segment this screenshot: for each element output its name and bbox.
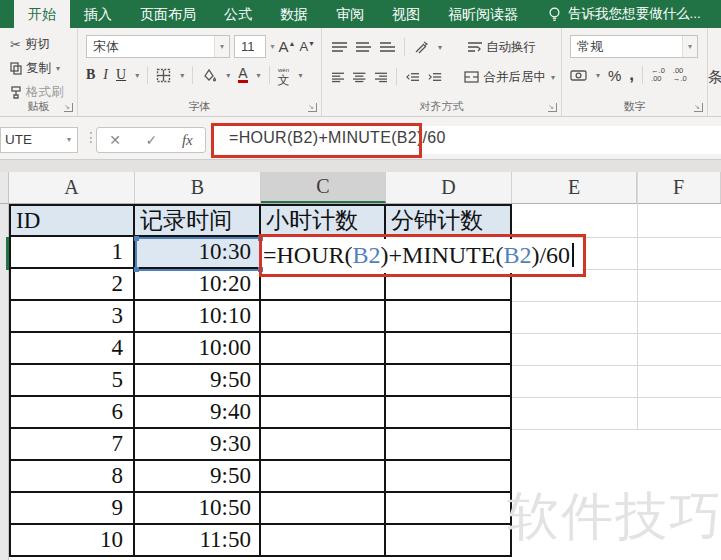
phonetic-guide-button[interactable]: wén 文 (278, 65, 290, 85)
cancel-button[interactable]: ✕ (109, 132, 121, 148)
number-format-combo[interactable]: 常规 ▾ (570, 35, 698, 58)
cell-D5[interactable] (386, 333, 512, 365)
borders-icon[interactable] (156, 68, 171, 83)
clipboard-dialog-launcher[interactable]: ↘ (64, 103, 73, 112)
bold-button[interactable]: B (86, 67, 95, 83)
cell-C11[interactable] (261, 525, 386, 557)
tab-页面布局[interactable]: 页面布局 (126, 0, 210, 28)
align-center-icon[interactable] (353, 71, 365, 83)
italic-button[interactable]: I (103, 67, 108, 83)
cell-E8[interactable] (512, 429, 637, 461)
cell-E6[interactable] (512, 365, 637, 397)
cell-D6[interactable] (386, 365, 512, 397)
increase-decimal-button[interactable]: ←.0 .00 (651, 67, 665, 83)
accounting-format-icon[interactable] (570, 69, 587, 82)
cell-A7[interactable]: 6 (9, 397, 135, 429)
align-right-icon[interactable] (375, 71, 387, 83)
insert-function-button[interactable]: fx (182, 132, 193, 149)
cell-E7[interactable] (512, 397, 637, 429)
align-left-icon[interactable] (332, 71, 344, 83)
cell-C9[interactable] (261, 461, 386, 493)
cell-B7[interactable]: 9:40 (135, 397, 261, 429)
merge-center-button[interactable]: 合并后居中 ▾ (464, 69, 555, 86)
cell-A6[interactable]: 5 (9, 365, 135, 397)
cell-E1[interactable] (512, 204, 637, 237)
cell-C6[interactable] (261, 365, 386, 397)
cell-B10[interactable]: 10:50 (135, 493, 261, 525)
cell-F3[interactable] (637, 269, 721, 301)
comma-style-button[interactable]: , (629, 65, 634, 85)
increase-indent-icon[interactable] (428, 71, 441, 83)
bottom-align-icon[interactable] (380, 41, 395, 53)
font-size-combo[interactable]: 11 (234, 35, 266, 58)
tab-公式[interactable]: 公式 (210, 0, 266, 28)
cell-A3[interactable]: 2 (9, 269, 135, 301)
cell-B4[interactable]: 10:10 (135, 301, 261, 333)
cell-B9[interactable]: 9:50 (135, 461, 261, 493)
cell-D9[interactable] (386, 461, 512, 493)
tab-插入[interactable]: 插入 (70, 0, 126, 28)
font-color-icon[interactable]: A (238, 67, 247, 83)
wrap-text-button[interactable]: 自动换行 (468, 39, 536, 56)
header-cell-A1[interactable]: ID (9, 204, 135, 237)
cell-C8[interactable] (261, 429, 386, 461)
tab-开始[interactable]: 开始 (14, 0, 70, 28)
header-cell-C1[interactable]: 小时计数 (261, 204, 386, 237)
alignment-dialog-launcher[interactable]: ↘ (548, 103, 557, 112)
header-cell-B1[interactable]: 记录时间 (135, 204, 261, 237)
percent-style-button[interactable]: % (608, 67, 621, 84)
cell-A4[interactable]: 3 (9, 301, 135, 333)
underline-button[interactable]: U (116, 67, 126, 83)
copy-button[interactable]: 复制 ▾ (10, 60, 77, 77)
cell-A5[interactable]: 4 (9, 333, 135, 365)
shrink-font-button[interactable]: A▼ (299, 39, 315, 54)
cell-F2[interactable] (637, 237, 721, 269)
column-header-F[interactable]: F (637, 172, 721, 203)
cell-D8[interactable] (386, 429, 512, 461)
cell-D11[interactable] (386, 525, 512, 557)
cell-F8[interactable] (637, 429, 721, 461)
enter-button[interactable]: ✓ (146, 132, 158, 148)
tab-数据[interactable]: 数据 (266, 0, 322, 28)
tab-视图[interactable]: 视图 (378, 0, 434, 28)
tell-me-box[interactable]: 告诉我您想要做什么... (548, 0, 701, 28)
header-cell-D1[interactable]: 分钟计数 (386, 204, 512, 237)
tab-审阅[interactable]: 审阅 (322, 0, 378, 28)
cell-D10[interactable] (386, 493, 512, 525)
decrease-decimal-button[interactable]: .00 →.0 (673, 67, 687, 83)
tab-福昕阅读器[interactable]: 福昕阅读器 (434, 0, 532, 28)
middle-align-icon[interactable] (356, 41, 371, 53)
cell-E4[interactable] (512, 301, 637, 333)
cell-A10[interactable]: 9 (9, 493, 135, 525)
column-header-E[interactable]: E (512, 172, 637, 203)
column-header-D[interactable]: D (386, 172, 512, 203)
column-header-A[interactable]: A (9, 172, 135, 203)
name-box[interactable]: UTE ▾ (0, 127, 78, 153)
select-all-corner[interactable] (0, 172, 9, 203)
orientation-icon[interactable] (414, 41, 428, 54)
cell-F5[interactable] (637, 333, 721, 365)
grow-font-button[interactable]: A▲ (278, 38, 295, 55)
cell-C5[interactable] (261, 333, 386, 365)
column-header-B[interactable]: B (135, 172, 261, 203)
cell-B5[interactable]: 10:00 (135, 333, 261, 365)
font-name-combo[interactable]: 宋体 ▾ (86, 35, 230, 58)
cell-A2[interactable]: 1 (9, 237, 135, 269)
cell-A11[interactable]: 10 (9, 525, 135, 557)
cut-button[interactable]: ✂ 剪切 (10, 36, 77, 53)
cell-C10[interactable] (261, 493, 386, 525)
cell-F4[interactable] (637, 301, 721, 333)
cell-B6[interactable]: 9:50 (135, 365, 261, 397)
cell-D4[interactable] (386, 301, 512, 333)
font-dialog-launcher[interactable]: ↘ (308, 103, 317, 112)
cell-F6[interactable] (637, 365, 721, 397)
cell-C7[interactable] (261, 397, 386, 429)
fill-color-icon[interactable] (201, 68, 217, 83)
cell-F7[interactable] (637, 397, 721, 429)
cell-A8[interactable]: 7 (9, 429, 135, 461)
cell-B3[interactable]: 10:20 (135, 269, 261, 301)
cell-E5[interactable] (512, 333, 637, 365)
top-align-icon[interactable] (332, 41, 347, 53)
cell-B8[interactable]: 9:30 (135, 429, 261, 461)
cell-D7[interactable] (386, 397, 512, 429)
